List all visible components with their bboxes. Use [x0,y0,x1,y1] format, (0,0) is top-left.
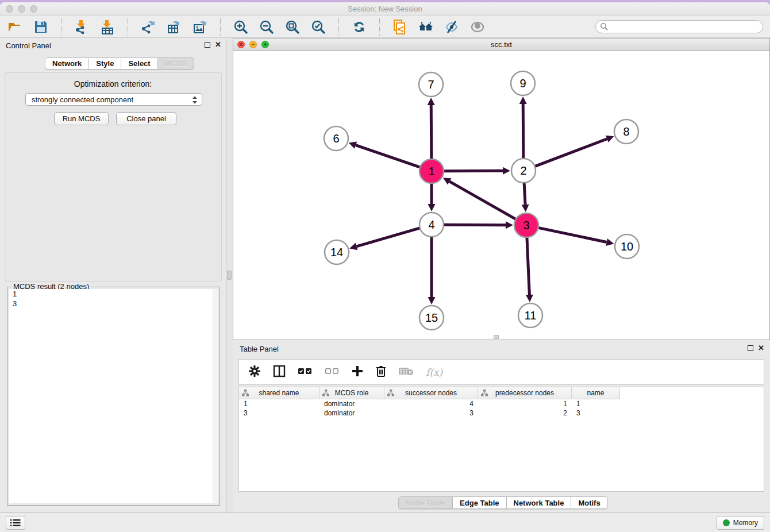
table-row[interactable]: 3dominator323 [239,408,764,418]
graph-edge-2-3[interactable] [524,183,525,205]
search-input[interactable] [595,20,763,33]
criterion-dropdown[interactable]: strongly connected component [25,93,202,106]
edge-arrowhead [526,295,533,302]
graph-edge-1-7[interactable] [431,105,432,159]
tab-select[interactable]: Select [121,57,157,70]
memory-status-dot [723,519,730,526]
graph-edge-1-6[interactable] [356,145,420,167]
add-column-icon[interactable] [352,365,363,379]
table-cell[interactable]: 1 [572,400,620,408]
open-file-icon[interactable] [7,19,23,35]
export-image-icon[interactable] [192,19,208,35]
column-header-MCDS-role[interactable]: MCDS role [319,387,384,399]
table-cell[interactable]: 3 [572,409,620,417]
mcds-result-textarea[interactable]: 13 [9,289,218,503]
zoom-fit-icon[interactable] [284,19,301,35]
column-header-label: successor nodes [405,389,457,397]
select-all-columns-icon[interactable] [298,367,313,377]
run-mcds-button[interactable]: Run MCDS [54,112,109,125]
table-cell[interactable]: dominator [319,409,384,417]
tab-network[interactable]: Network [45,57,89,70]
result-line: 3 [9,299,218,309]
table-cell[interactable]: 4 [384,400,478,408]
float-panel-icon[interactable] [205,42,210,48]
close-table-panel-icon[interactable]: ✕ [758,345,764,351]
result-line: 1 [9,289,218,299]
node-table: shared nameMCDS rolesuccessor nodesprede… [238,387,764,492]
import-table-icon[interactable] [99,19,116,35]
show-column-icon[interactable] [273,365,286,380]
tab-node-table[interactable]: Node Table [398,496,453,509]
app-window: Session: New Session [0,2,770,532]
show-hide-panels-icon[interactable] [444,19,460,35]
memory-button[interactable]: Memory [717,516,764,530]
edge-arrowhead [349,142,357,149]
tab-edge-table[interactable]: Edge Table [453,496,506,509]
column-header-name[interactable]: name [572,387,620,399]
delete-column-icon[interactable] [375,365,387,380]
graph-edge-3-1[interactable] [449,182,515,219]
table-cell[interactable]: 3 [239,409,319,417]
export-network-icon[interactable] [140,19,156,35]
graph-edge-2-9[interactable] [523,104,523,159]
graph-edge-2-8[interactable] [535,139,607,167]
control-panel: Control Panel ✕ NetworkStyleSelectMCDS O… [0,38,226,512]
table-row[interactable]: 1dominator411 [239,399,764,408]
table-header-row: shared nameMCDS rolesuccessor nodesprede… [239,387,764,399]
network-canvas[interactable]: 1234678910111415 [233,51,769,340]
save-session-icon[interactable] [33,19,49,35]
zoom-in-icon[interactable] [233,19,249,35]
vertical-splitter[interactable] [226,38,233,512]
tree-hierarchy-icon [481,390,488,398]
tab-style[interactable]: Style [89,57,121,70]
float-table-panel-icon[interactable] [748,345,753,351]
graph-edge-4-3[interactable] [444,225,506,225]
refresh-view-icon[interactable] [351,19,367,35]
criterion-dropdown-value: strongly connected component [32,95,133,104]
table-cell[interactable]: 1 [239,400,319,408]
close-panel-button[interactable]: Close panel [116,112,176,125]
delete-table-icon[interactable] [399,367,414,378]
splitter-handle[interactable] [227,271,232,280]
graph-edge-4-14[interactable] [357,228,420,246]
network-window-title: scc.txt [233,40,769,49]
export-table-icon[interactable] [166,19,182,35]
close-panel-icon[interactable]: ✕ [215,42,221,48]
table-cell[interactable]: 3 [384,409,478,417]
home-layout-icon[interactable] [418,19,434,35]
zoom-out-icon[interactable] [259,19,275,35]
column-header-successor-nodes[interactable]: successor nodes [384,387,478,399]
edge-arrowhead [506,221,513,229]
table-options-gear-icon[interactable] [248,365,261,380]
import-network-icon[interactable] [74,19,90,35]
window-title: Session: New Session [0,5,770,13]
edge-arrowhead [428,98,435,105]
toolbar-separator [379,18,380,36]
tab-motifs[interactable]: Motifs [571,496,607,509]
graph-edge-1-2[interactable] [444,171,503,171]
unselect-all-columns-icon[interactable] [325,367,340,377]
tree-hierarchy-icon [387,390,394,398]
tab-network-table[interactable]: Network Table [507,496,572,509]
dropdown-stepper-icon [192,95,198,106]
function-builder-icon[interactable]: f(x) [426,367,442,378]
canvas-resize-handle[interactable] [494,335,499,339]
graph-edge-3-11[interactable] [527,237,529,295]
table-cell[interactable]: 1 [478,400,572,408]
tab-mcds[interactable]: MCDS [158,57,194,70]
task-history-button[interactable] [6,516,25,530]
graph-edge-3-10[interactable] [538,228,607,242]
toolbar-separator [61,18,61,36]
column-header-label: shared name [259,389,299,397]
zoom-selected-icon[interactable] [310,19,326,35]
graph-node-label: 14 [330,246,343,259]
column-header-shared-name[interactable]: shared name [239,387,319,399]
result-scrollbar[interactable] [213,289,218,503]
table-cell[interactable]: dominator [319,400,384,408]
eye-preview-icon[interactable] [469,19,486,35]
column-header-predecessor-nodes[interactable]: predecessor nodes [478,387,572,399]
copy-network-icon[interactable] [392,19,408,35]
table-cell[interactable]: 2 [478,409,572,417]
status-bar: Memory [0,512,770,532]
network-window-titlebar[interactable]: ✕ − + scc.txt [233,38,769,51]
